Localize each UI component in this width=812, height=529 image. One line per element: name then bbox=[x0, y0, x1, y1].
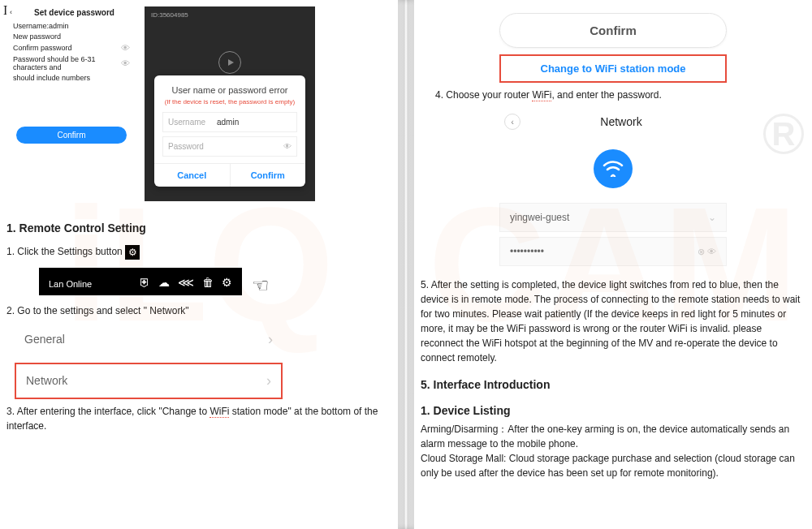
username-field[interactable]: Username admin bbox=[162, 112, 297, 132]
ssid-field[interactable]: yingwei-guest ⌄ bbox=[499, 203, 727, 232]
step-1: 1. Click the Settings button ⚙ bbox=[6, 244, 391, 260]
wifi-icon bbox=[594, 149, 633, 188]
gear-icon: ⚙ bbox=[222, 276, 232, 289]
left-page: iLQ ‹ Set device password Username:admin… bbox=[0, 0, 398, 529]
dialog-hint: (If the device is reset, the password is… bbox=[162, 98, 297, 105]
lan-status: Lan Online bbox=[49, 279, 92, 289]
eye-icon: 👁 bbox=[121, 58, 130, 68]
chevron-down-icon: ⌄ bbox=[708, 212, 716, 223]
password-field[interactable]: Password 👁 bbox=[162, 136, 297, 157]
chevron-right-icon: › bbox=[266, 372, 271, 389]
network-row[interactable]: Network › bbox=[15, 363, 283, 399]
step-2: 2. Go to the settings and select " Netwo… bbox=[6, 303, 391, 318]
error-dialog: User name or password error (If the devi… bbox=[154, 75, 305, 187]
chevron-right-icon: › bbox=[268, 331, 273, 348]
cloud-icon: ☁ bbox=[158, 276, 170, 289]
shield-icon: ⛨ bbox=[139, 276, 150, 289]
eye-icon: ⊗ 👁 bbox=[698, 247, 716, 257]
general-row[interactable]: General › bbox=[15, 323, 283, 356]
eye-icon: 👁 bbox=[121, 43, 130, 53]
confirm-button[interactable]: Confirm bbox=[231, 164, 306, 187]
step-3: 3. After entering the interface, click "… bbox=[6, 404, 391, 433]
hint-line1: Password should be 6-31 characters and bbox=[13, 55, 121, 71]
device-listing-heading: 1. Device Listing bbox=[421, 404, 806, 417]
status-bar-screenshot: Lan Online ⛨ ☁ ⋘ 🗑 ⚙ ☜ bbox=[39, 268, 242, 295]
section-heading: 1. Remote Control Setting bbox=[6, 221, 391, 234]
set-password-screenshot: ‹ Set device password Username:admin New… bbox=[6, 6, 136, 201]
registered-mark: R bbox=[763, 114, 804, 154]
trash-icon: 🗑 bbox=[202, 276, 214, 289]
step-5: 5. After the setting is completed, the d… bbox=[421, 277, 806, 365]
cancel-button[interactable]: Cancel bbox=[154, 164, 231, 187]
screen-title: Set device password bbox=[6, 8, 136, 17]
confpw-label: Confirm password bbox=[13, 44, 72, 52]
device-id: ID:35604985 bbox=[145, 6, 315, 24]
back-icon: ‹ bbox=[10, 8, 12, 16]
page-spine bbox=[398, 0, 414, 529]
play-icon bbox=[218, 51, 241, 74]
right-page: CAM R Confirm Change to WiFi station mod… bbox=[414, 0, 812, 529]
confirm-pill[interactable]: Confirm bbox=[499, 13, 727, 48]
hint-line2: should include numbers bbox=[13, 74, 90, 82]
error-dialog-screenshot: ID:35604985 User name or password error … bbox=[145, 6, 315, 201]
interface-heading: 5. Interface Introduction bbox=[421, 378, 806, 391]
listing-body: Arming/Disarming：After the one-key armin… bbox=[421, 422, 806, 480]
pointing-hand-icon: ☜ bbox=[252, 274, 270, 297]
change-mode-button[interactable]: Change to WiFi station mode bbox=[499, 54, 727, 83]
network-screenshot: ‹ Network yingwei-guest ⌄ •••••••••• ⊗ 👁 bbox=[499, 109, 727, 266]
username-label: Username:admin bbox=[13, 22, 69, 30]
network-title: Network bbox=[520, 115, 722, 128]
confirm-button[interactable]: Confirm bbox=[16, 127, 127, 144]
settings-icon: ⚙ bbox=[125, 245, 140, 260]
step-4: 4. Choose your router WiFi, and enter th… bbox=[435, 88, 806, 102]
back-icon[interactable]: ‹ bbox=[504, 114, 520, 130]
eye-icon: 👁 bbox=[283, 142, 292, 151]
password-field[interactable]: •••••••••• ⊗ 👁 bbox=[499, 237, 727, 266]
dialog-title: User name or password error bbox=[162, 85, 297, 95]
share-icon: ⋘ bbox=[178, 276, 194, 289]
newpw-label: New password bbox=[13, 32, 61, 41]
